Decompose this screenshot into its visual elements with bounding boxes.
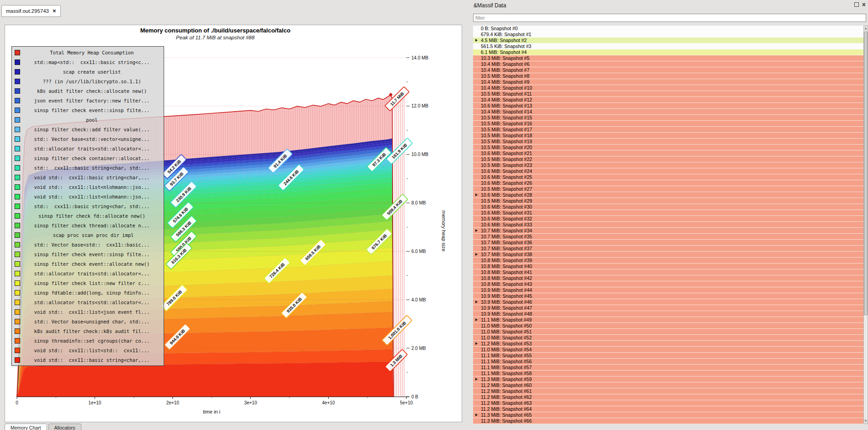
snapshot-row[interactable]: 10.4 MiB: Snapshot #10 xyxy=(473,85,864,91)
snapshot-row[interactable]: 10.5 MiB: Snapshot #15 xyxy=(473,115,864,121)
snapshot-row[interactable]: 10.5 MiB: Snapshot #27 xyxy=(473,186,864,192)
snapshot-row[interactable]: 11.3 MiB: Snapshot #59 xyxy=(473,376,864,382)
snapshot-row[interactable]: 10.5 MiB: Snapshot #23 xyxy=(473,162,864,168)
expand-arrow-icon[interactable] xyxy=(475,301,478,303)
float-panel-icon[interactable] xyxy=(854,2,859,7)
snapshot-row[interactable]: 10.6 MiB: Snapshot #30 xyxy=(473,204,864,210)
legend-swatch-icon xyxy=(15,88,20,94)
snapshot-row[interactable]: 10.9 MiB: Snapshot #45 xyxy=(473,293,864,299)
snapshot-row[interactable]: 679.4 KiB: Snapshot #1 xyxy=(473,32,864,38)
snapshot-row[interactable]: 10.7 MiB: Snapshot #34 xyxy=(473,228,864,234)
snapshot-row[interactable]: 11.1 MiB: Snapshot #55 xyxy=(473,353,864,359)
snapshot-row[interactable]: 10.9 MiB: Snapshot #48 xyxy=(473,311,864,317)
snapshot-row[interactable]: 10.4 MiB: Snapshot #14 xyxy=(473,109,864,115)
snapshot-row[interactable]: 11.2 MiB: Snapshot #62 xyxy=(473,394,864,400)
snapshot-row[interactable]: 11.3 MiB: Snapshot #65 xyxy=(473,412,864,418)
tab-close-icon[interactable]: × xyxy=(53,8,56,14)
snapshot-row[interactable]: 10.5 MiB: Snapshot #20 xyxy=(473,145,864,150)
snapshot-row[interactable]: 11.3 MiB: Snapshot #66 xyxy=(473,418,864,424)
snapshot-row[interactable]: 11.1 MiB: Snapshot #57 xyxy=(473,365,864,371)
snapshot-row[interactable]: 10.7 MiB: Snapshot #36 xyxy=(473,240,864,246)
snapshot-row[interactable]: 10.4 MiB: Snapshot #7 xyxy=(473,67,864,73)
snapshot-row[interactable]: 11.2 MiB: Snapshot #60 xyxy=(473,382,864,388)
snapshot-row[interactable]: 10.6 MiB: Snapshot #31 xyxy=(473,210,864,216)
snapshot-row[interactable]: 11.2 MiB: Snapshot #53 xyxy=(473,341,864,347)
snapshot-row[interactable]: 10.6 MiB: Snapshot #33 xyxy=(473,222,864,228)
snapshot-row[interactable]: 11.0 MiB: Snapshot #52 xyxy=(473,335,864,341)
snapshot-row[interactable]: 10.9 MiB: Snapshot #46 xyxy=(473,299,864,305)
snapshot-row[interactable]: 10.6 MiB: Snapshot #28 xyxy=(473,192,864,198)
expand-arrow-icon[interactable] xyxy=(475,318,478,321)
snapshot-row[interactable]: 10.4 MiB: Snapshot #12 xyxy=(473,97,864,103)
snapshot-row[interactable]: 11.0 MiB: Snapshot #50 xyxy=(473,323,864,329)
expand-arrow-icon[interactable] xyxy=(475,194,478,196)
snapshot-row[interactable]: 11.1 MiB: Snapshot #56 xyxy=(473,359,864,365)
snapshot-row[interactable]: 10.5 MiB: Snapshot #19 xyxy=(473,139,864,145)
legend-label: void std::__cxx11::basic_string<char,... xyxy=(23,357,161,363)
expand-arrow-icon[interactable] xyxy=(475,39,478,42)
snapshot-row[interactable]: 11.1 MiB: Snapshot #58 xyxy=(473,371,864,376)
snapshot-label: 11.2 MiB: Snapshot #63 xyxy=(481,400,532,406)
snapshot-row[interactable]: 10.7 MiB: Snapshot #37 xyxy=(473,246,864,252)
legend-row: std::_Vector_base<std::__cxx11::basic... xyxy=(12,240,164,249)
scroll-down-icon[interactable]: ▼ xyxy=(864,419,868,424)
document-tab[interactable]: massif.out.295743 × xyxy=(1,5,61,17)
snapshot-row[interactable]: 10.5 MiB: Snapshot #29 xyxy=(473,198,864,204)
scrollbar-thumb[interactable] xyxy=(864,32,868,315)
snapshot-row[interactable]: 10.6 MiB: Snapshot #21 xyxy=(473,150,864,156)
expand-arrow-icon[interactable] xyxy=(475,229,478,232)
snapshot-row[interactable]: 10.9 MiB: Snapshot #47 xyxy=(473,305,864,311)
expand-arrow-icon[interactable] xyxy=(475,342,478,345)
snapshot-row[interactable]: 10.3 MiB: Snapshot #5 xyxy=(473,55,864,61)
scrollbar[interactable]: ▲ ▼ xyxy=(863,26,868,424)
snapshot-row[interactable]: 10.6 MiB: Snapshot #13 xyxy=(473,103,864,109)
snapshot-row[interactable]: 11.2 MiB: Snapshot #64 xyxy=(473,406,864,412)
snapshot-row[interactable]: 10.8 MiB: Snapshot #43 xyxy=(473,281,864,287)
snapshot-row[interactable]: 10.4 MiB: Snapshot #6 xyxy=(473,61,864,67)
snapshot-row[interactable]: 10.5 MiB: Snapshot #18 xyxy=(473,133,864,139)
snapshot-row[interactable]: 10.5 MiB: Snapshot #17 xyxy=(473,127,864,133)
snapshot-row[interactable]: 10.6 MiB: Snapshot #32 xyxy=(473,216,864,222)
snapshot-row[interactable]: 4.5 MiB: Snapshot #2 xyxy=(473,38,864,43)
snapshot-row[interactable]: 10.8 MiB: Snapshot #41 xyxy=(473,269,864,275)
expand-arrow-icon[interactable] xyxy=(475,414,478,416)
snapshot-row[interactable]: 6.1 MiB: Snapshot #4 xyxy=(473,49,864,55)
snapshot-row[interactable]: 11.1 MiB: Snapshot #49 xyxy=(473,317,864,323)
snapshot-row[interactable]: 0 B: Snapshot #0 xyxy=(473,26,864,32)
snapshot-row[interactable]: 11.2 MiB: Snapshot #61 xyxy=(473,388,864,394)
close-panel-icon[interactable]: × xyxy=(862,2,866,7)
snapshot-label: 10.6 MiB: Snapshot #31 xyxy=(481,210,532,215)
snapshot-row[interactable]: 10.4 MiB: Snapshot #9 xyxy=(473,79,864,85)
snapshot-row[interactable]: 10.7 MiB: Snapshot #35 xyxy=(473,234,864,240)
snapshot-row[interactable]: 11.0 MiB: Snapshot #54 xyxy=(473,347,864,353)
snapshot-row[interactable]: 11.0 MiB: Snapshot #51 xyxy=(473,329,864,335)
snapshot-row[interactable]: 10.8 MiB: Snapshot #42 xyxy=(473,275,864,281)
snapshot-row[interactable]: 10.5 MiB: Snapshot #11 xyxy=(473,91,864,97)
snapshot-row[interactable]: 10.8 MiB: Snapshot #39 xyxy=(473,258,864,263)
legend-swatch-icon xyxy=(15,223,20,228)
tab-allocators[interactable]: Allocators xyxy=(48,424,81,430)
snapshot-row[interactable]: 10.5 MiB: Snapshot #8 xyxy=(473,73,864,79)
legend-row: k8s_audit_filter_check::allocate_new() xyxy=(12,86,164,96)
snapshot-row[interactable]: 10.5 MiB: Snapshot #22 xyxy=(473,156,864,162)
snapshot-row[interactable]: 10.9 MiB: Snapshot #44 xyxy=(473,287,864,293)
filter-input[interactable] xyxy=(473,14,866,22)
expand-arrow-icon[interactable] xyxy=(475,378,478,381)
snapshot-row[interactable]: 10.6 MiB: Snapshot #26 xyxy=(473,180,864,186)
snapshot-row[interactable]: 11.2 MiB: Snapshot #63 xyxy=(473,400,864,406)
tab-memory-chart[interactable]: Memory Chart xyxy=(5,424,47,430)
snapshot-row[interactable]: 10.6 MiB: Snapshot #24 xyxy=(473,168,864,174)
snapshot-row[interactable]: 10.6 MiB: Snapshot #25 xyxy=(473,174,864,180)
legend-label: void std::__cxx11::list<json_event_fl... xyxy=(23,309,161,315)
snapshot-row[interactable]: 10.5 MiB: Snapshot #16 xyxy=(473,121,864,127)
snapshot-label: 10.5 MiB: Snapshot #16 xyxy=(481,121,532,126)
snapshot-label: 10.7 MiB: Snapshot #36 xyxy=(481,240,532,245)
svg-text:2.0 MB: 2.0 MB xyxy=(411,346,426,351)
legend-row: sinsp_filter_check_event::sinsp_filte... xyxy=(12,105,164,115)
scroll-up-icon[interactable]: ▲ xyxy=(864,26,868,31)
snapshot-row[interactable]: 561.5 KiB: Snapshot #3 xyxy=(473,43,864,49)
expand-arrow-icon[interactable] xyxy=(475,253,478,256)
snapshot-row[interactable]: 10.8 MiB: Snapshot #40 xyxy=(473,263,864,269)
snapshot-row[interactable]: 10.7 MiB: Snapshot #38 xyxy=(473,252,864,258)
snapshot-list[interactable]: 0 B: Snapshot #0679.4 KiB: Snapshot #14.… xyxy=(473,26,864,424)
